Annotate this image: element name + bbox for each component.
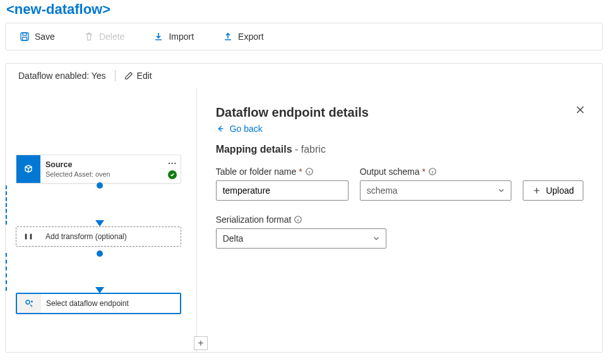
dataflow-enabled-label: Dataflow enabled: Yes	[18, 71, 106, 81]
connector-line	[6, 185, 7, 225]
edit-button[interactable]: Edit	[124, 71, 152, 81]
delete-button: Delete	[83, 29, 126, 44]
connector-dot	[97, 182, 103, 189]
go-back-button[interactable]: Go back	[216, 124, 263, 134]
transform-node[interactable]: Add transform (optional)	[16, 226, 181, 247]
serialization-value: Delta	[223, 233, 244, 244]
cube-icon	[16, 155, 40, 183]
info-icon[interactable]	[294, 215, 302, 224]
trash-icon	[84, 32, 94, 42]
check-icon	[168, 170, 177, 179]
close-icon	[576, 105, 585, 114]
chevron-down-icon	[372, 234, 381, 245]
save-icon	[20, 32, 30, 42]
info-icon[interactable]	[305, 167, 314, 176]
upload-label: Upload	[546, 185, 574, 196]
table-name-label: Table or folder name *	[216, 167, 349, 177]
transform-title: Add transform (optional)	[45, 232, 127, 241]
save-label: Save	[35, 32, 55, 42]
mapping-subtitle: fabric	[301, 144, 326, 155]
status-bar: Dataflow enabled: Yes Edit	[5, 63, 603, 88]
panel-heading: Dataflow endpoint details	[216, 105, 583, 120]
toolbar: Save Delete Import Export	[5, 23, 603, 50]
separator	[115, 70, 116, 81]
close-button[interactable]	[573, 103, 587, 119]
serialization-label: Serialization format	[216, 214, 583, 225]
destination-title: Select dataflow endpoint	[46, 299, 129, 308]
export-icon	[223, 32, 233, 42]
import-icon	[153, 32, 164, 42]
serialization-select[interactable]: Delta	[216, 228, 386, 249]
arrow-down-icon	[95, 220, 104, 226]
connector-line	[6, 253, 7, 291]
svg-rect-1	[23, 33, 27, 35]
info-icon[interactable]	[428, 167, 437, 176]
svg-rect-0	[21, 33, 28, 40]
edit-label: Edit	[137, 71, 152, 81]
export-button[interactable]: Export	[222, 29, 265, 44]
more-icon[interactable]: ···	[168, 159, 177, 167]
dataflow-canvas: Source Selected Asset: oven ··· Add tran…	[6, 88, 197, 352]
main-area: Source Selected Asset: oven ··· Add tran…	[5, 88, 603, 353]
svg-point-5	[26, 300, 30, 304]
arrow-left-icon	[216, 124, 225, 133]
svg-rect-3	[25, 234, 27, 240]
source-node[interactable]: Source Selected Asset: oven ···	[16, 155, 181, 184]
upload-button[interactable]: Upload	[523, 180, 583, 201]
source-title: Source	[45, 160, 176, 169]
table-name-input[interactable]	[216, 180, 349, 201]
import-button[interactable]: Import	[152, 29, 195, 44]
output-schema-value: schema	[367, 185, 398, 196]
mapping-header: Mapping details - fabric	[216, 144, 583, 155]
chevron-down-icon	[497, 186, 506, 197]
save-button[interactable]: Save	[18, 29, 56, 44]
plus-icon	[532, 186, 541, 195]
delete-label: Delete	[99, 32, 124, 42]
output-schema-label: Output schema *	[360, 167, 511, 177]
page-title: <new-dataflow>	[5, 0, 603, 23]
go-back-label: Go back	[230, 124, 263, 134]
output-schema-select[interactable]: schema	[360, 180, 511, 201]
pencil-icon	[124, 71, 133, 80]
import-label: Import	[169, 32, 194, 42]
source-subtitle: Selected Asset: oven	[45, 170, 176, 178]
details-panel: Dataflow endpoint details Go back Mappin…	[197, 88, 602, 352]
destination-node[interactable]: Select dataflow endpoint	[16, 293, 181, 314]
transform-icon	[16, 227, 40, 246]
svg-rect-2	[23, 37, 27, 40]
connector-dot	[97, 250, 103, 257]
endpoint-icon	[17, 294, 41, 313]
svg-rect-4	[30, 234, 32, 240]
export-label: Export	[238, 32, 263, 42]
mapping-title: Mapping details	[216, 144, 292, 155]
